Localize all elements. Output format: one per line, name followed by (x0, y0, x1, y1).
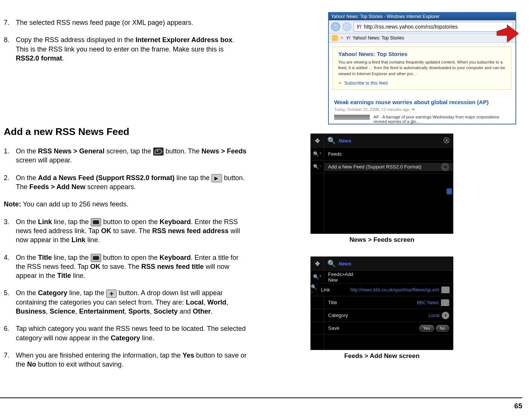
add-feed-row[interactable]: 🔍⁻ Add a New Feed (Support RSS2.0 Format… (311, 161, 453, 173)
step-7b: 7. When you are finished entering the in… (4, 351, 248, 369)
feed-title: Yahoo! News: Top Stories (338, 51, 506, 57)
zoom-out-icon[interactable]: 🔍⁻ (311, 161, 324, 173)
step-number: 3. (4, 217, 16, 245)
back-button[interactable]: ← (331, 22, 340, 31)
no-button[interactable]: No (436, 325, 449, 332)
note: Note: You can add up to 256 news feeds. (4, 200, 248, 209)
step-text: On the RSS News > General screen, tap th… (16, 147, 248, 165)
step-number: 1. (4, 147, 16, 165)
t: line tap the (175, 174, 211, 182)
b: OK (90, 263, 100, 270)
forward-button[interactable]: → (342, 22, 351, 31)
b: Link (38, 218, 52, 226)
link-row[interactable]: 🔍⁻ Linkhttp://news.bbc.co.uk/sport/rss/l… (311, 284, 453, 296)
step-text: On the Category line, tap the button. A … (16, 288, 248, 316)
plus-icon[interactable]: + (442, 312, 449, 319)
zoom-in-icon[interactable]: 🔍⁺ (311, 148, 324, 160)
yes-button[interactable]: Yes (419, 325, 434, 332)
b: Category (38, 289, 67, 297)
step-number: 8. (4, 35, 16, 63)
keyboard-icon (91, 218, 101, 226)
breadcrumb: Feeds>Add New (328, 271, 354, 283)
search-icon[interactable]: 🔍 (327, 136, 336, 145)
cat: Science (50, 308, 75, 315)
device-topbar: ✥ 🔍News (311, 257, 453, 271)
device-1-wrap: ✥ 🔍News ⓧ 🔍⁺ Feeds 🔍⁻ Add a New Feed (Su… (248, 133, 516, 244)
close-button[interactable]: ⓧ (440, 137, 453, 145)
sidebar-cell (311, 322, 324, 334)
star-icon: ✦ (338, 80, 342, 86)
text: Copy the RSS address displayed in the (16, 36, 135, 44)
t: line. (140, 334, 154, 342)
row-label: Add a New Feed (Support RSS2.0 Format) (328, 164, 421, 170)
yahoo-logo-icon: Y! (356, 24, 362, 30)
subscribe-link[interactable]: ✦Subscribe to this feed (338, 80, 506, 86)
keyboard-icon[interactable] (441, 287, 450, 293)
svg-marker-0 (497, 25, 518, 42)
b: Yes (182, 352, 194, 359)
device-2-wrap: ✥ 🔍News 🔍⁺ Feeds>Add New 🔍⁻ Linkhttp://n… (248, 256, 516, 360)
t: On the (16, 289, 38, 297)
ie-tabs: ✦ Y! Yahoo! News: Top Stories (329, 33, 515, 43)
step-1: 1. On the RSS News > General screen, tap… (4, 147, 248, 165)
step-8: 8. Copy the RSS address displayed in the… (4, 35, 248, 63)
device-news-feeds: ✥ 🔍News ⓧ 🔍⁺ Feeds 🔍⁻ Add a New Feed (Su… (310, 133, 453, 234)
caption-1: News > Feeds screen (248, 236, 516, 244)
page-number: 65 (514, 402, 522, 410)
save-row: SaveYesNo (311, 322, 453, 335)
keyboard-icon[interactable] (441, 299, 449, 306)
address-bar[interactable]: Y! http://rss.news.yahoo.com/rss/topstor… (354, 22, 513, 32)
keyboard-icon (91, 254, 101, 262)
step-7: 7. The selected RSS news feed page (or X… (4, 18, 248, 27)
article-text: AP - A barrage of poor earnings Wednesda… (374, 115, 510, 124)
left-column: 7. The selected RSS news feed page (or X… (0, 18, 248, 378)
t: button. The (164, 147, 202, 155)
move-icon[interactable]: ✥ (311, 257, 324, 270)
step-number: 2. (4, 173, 16, 192)
b: Keyboard (160, 218, 191, 226)
t: line, tap the (67, 289, 106, 297)
caption-2: Feeds > Add New screen (248, 352, 516, 360)
step-2: 2. On the Add a News Feed (Support RSS2.… (4, 173, 248, 192)
b: Title (57, 272, 71, 279)
t: On the (16, 174, 38, 182)
t: line. (85, 236, 100, 244)
step-5: 5. On the Category line, tap the button.… (4, 288, 248, 316)
t: line, tap the (52, 254, 91, 261)
ie-navbar: ← → Y! http://rss.news.yahoo.com/rss/top… (329, 20, 515, 33)
step-text: The selected RSS news feed page (or XML … (16, 18, 248, 27)
t: button to open the (101, 254, 160, 261)
t: button to open the (101, 218, 160, 226)
text: . (62, 55, 64, 62)
device-topbar: ✥ 🔍News ⓧ (311, 134, 453, 148)
bold: RSS2.0 format (16, 55, 62, 62)
search-icon[interactable]: 🔍 (327, 259, 336, 268)
scrollbar-thumb[interactable] (447, 188, 452, 194)
b: Category (111, 334, 140, 342)
tab-label[interactable]: Yahoo! News: Top Stories (353, 35, 404, 41)
b: RSS news feed title (141, 263, 204, 270)
move-icon[interactable]: ✥ (311, 134, 324, 147)
t: line, tap the (52, 218, 91, 226)
title-row[interactable]: TitleBBC News (311, 296, 453, 309)
zoom-out-icon[interactable]: 🔍⁻ (311, 284, 317, 296)
step-3: 3. On the Link line, tap the button to o… (4, 217, 248, 245)
b: OK (101, 227, 111, 235)
content-spacer (324, 335, 453, 350)
step-text: On the Link line, tap the button to open… (16, 217, 248, 245)
page: 7. The selected RSS news feed page (or X… (0, 0, 529, 420)
sidebar-cell (311, 296, 324, 309)
step-number: 7. (4, 351, 16, 369)
t: line. (71, 272, 85, 279)
spacer (4, 71, 248, 116)
category-row[interactable]: CategoryLocal+ (311, 309, 453, 322)
favorites-icon[interactable] (332, 35, 338, 41)
article-timestamp: Today, October 22, 2008, 12 minutes ago … (329, 107, 515, 115)
step-text: On the Title line, tap the button to ope… (16, 253, 248, 281)
article-headline[interactable]: Weak earnings rouse worries about global… (329, 94, 515, 107)
arrow-icon: ➔ (411, 107, 415, 112)
b: News > Feeds (201, 147, 246, 155)
note-label: Note: (4, 200, 21, 208)
go-button[interactable]: ➜ (441, 163, 449, 171)
zoom-in-icon[interactable]: 🔍⁺ (311, 271, 324, 283)
